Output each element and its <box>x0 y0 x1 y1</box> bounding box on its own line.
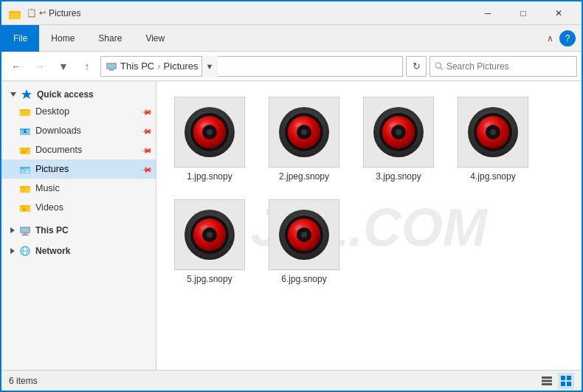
refresh-button[interactable]: ↻ <box>406 56 427 77</box>
close-button[interactable]: ✕ <box>542 1 576 25</box>
file-name-6: 6.jpg.snopy <box>281 274 326 284</box>
path-this-pc[interactable]: This PC <box>120 61 154 72</box>
up-button[interactable]: ↑ <box>77 56 97 77</box>
svg-rect-84 <box>567 382 571 386</box>
collapse-ribbon-button[interactable]: ∧ <box>547 33 553 44</box>
status-bar: 6 items <box>1 370 582 391</box>
expand-network-icon <box>10 248 15 254</box>
music-icon: ♪ <box>19 182 31 194</box>
this-pc-icon <box>106 61 117 72</box>
svg-rect-79 <box>542 379 552 382</box>
svg-rect-83 <box>561 382 565 386</box>
minimize-button[interactable]: ─ <box>471 1 505 25</box>
sidebar-section-quick-access[interactable]: Quick access <box>1 84 156 102</box>
desktop-label: Desktop <box>35 106 69 117</box>
list-view-button[interactable] <box>539 373 555 389</box>
file-thumbnail-2 <box>269 97 339 168</box>
sidebar-item-downloads[interactable]: Downloads 📌 <box>1 121 156 140</box>
file-item-3[interactable]: 3.jpg.snopy <box>354 90 443 187</box>
file-thumbnail-4 <box>458 97 528 168</box>
svg-rect-5 <box>109 69 114 71</box>
sidebar-section-this-pc[interactable]: This PC <box>1 220 156 238</box>
file-name-2: 2.jpeg.snopy <box>279 171 329 182</box>
address-path[interactable]: This PC › Pictures ▼ <box>100 56 403 77</box>
svg-rect-2 <box>9 11 15 13</box>
view-controls <box>539 373 574 389</box>
search-input[interactable] <box>446 61 572 72</box>
videos-label: Videos <box>35 202 63 213</box>
sidebar: Quick access Desktop 📌 <box>1 81 156 373</box>
path-pictures[interactable]: Pictures <box>164 61 199 72</box>
sidebar-item-documents[interactable]: Documents 📌 <box>1 140 156 159</box>
folder-docs-icon <box>19 144 31 156</box>
file-name-3: 3.jpg.snopy <box>376 171 421 182</box>
tab-file[interactable]: File <box>1 25 39 52</box>
svg-rect-21 <box>21 152 26 153</box>
grid-view-icon <box>560 375 572 387</box>
tab-home[interactable]: Home <box>39 25 86 52</box>
downloads-label: Downloads <box>35 125 81 136</box>
file-item-2[interactable]: 2.jpeg.snopy <box>260 90 348 187</box>
file-thumbnail-6 <box>269 199 339 270</box>
file-item-4[interactable]: 4.jpg.snopy <box>449 90 537 187</box>
svg-point-70 <box>207 232 213 238</box>
this-pc-sidebar-icon <box>19 224 31 236</box>
file-thumbnail-1 <box>174 97 245 168</box>
video-icon <box>19 202 31 213</box>
file-name-1: 1.jpg.snopy <box>187 171 232 182</box>
network-label: Network <box>35 246 70 256</box>
search-box[interactable] <box>430 56 577 77</box>
file-name-4: 4.jpg.snopy <box>470 171 515 182</box>
back-button[interactable]: ← <box>6 56 27 77</box>
svg-rect-4 <box>108 64 115 68</box>
file-name-5: 5.jpg.snopy <box>187 274 232 284</box>
forward-button[interactable]: → <box>30 56 50 77</box>
svg-marker-8 <box>21 89 32 99</box>
sidebar-item-music[interactable]: ♪ Music <box>1 179 156 198</box>
folder-blue-icon <box>19 106 31 117</box>
main-layout: Quick access Desktop 📌 <box>1 81 582 373</box>
title-bar: 📋 ↩ Pictures ─ □ ✕ <box>1 1 582 25</box>
window-controls[interactable]: ─ □ ✕ <box>471 1 576 25</box>
pin-icon-2: 📌 <box>141 125 153 137</box>
breadcrumb-sep-1: › <box>157 61 160 72</box>
sidebar-section-network[interactable]: Network <box>1 241 156 258</box>
svg-rect-11 <box>20 109 25 111</box>
tab-view[interactable]: View <box>134 25 176 52</box>
svg-point-6 <box>435 63 441 68</box>
tab-share[interactable]: Share <box>86 25 134 52</box>
svg-rect-37 <box>23 233 27 235</box>
expand-icon <box>10 92 16 97</box>
pin-icon: 📌 <box>141 106 153 117</box>
recent-locations-button[interactable]: ▼ <box>53 56 74 77</box>
help-button[interactable]: ? <box>559 30 576 47</box>
sidebar-item-videos[interactable]: Videos <box>1 198 156 217</box>
file-thumbnail-5 <box>174 199 245 270</box>
pictures-label: Pictures <box>35 164 69 174</box>
svg-rect-1 <box>9 13 21 19</box>
maximize-button[interactable]: □ <box>506 1 540 25</box>
svg-rect-33 <box>20 205 25 207</box>
ribbon-chevron: ∧ ? <box>547 30 582 47</box>
svg-rect-82 <box>567 376 571 380</box>
window-icon <box>7 6 22 21</box>
search-icon <box>435 61 444 71</box>
file-item-5[interactable]: 5.jpg.snopy <box>165 193 254 289</box>
folder-download-icon <box>19 125 31 137</box>
expand-this-pc-icon <box>10 227 15 233</box>
network-icon <box>19 245 31 257</box>
svg-text:♪: ♪ <box>22 188 25 193</box>
file-item-6[interactable]: 6.jpg.snopy <box>260 193 348 289</box>
sidebar-item-desktop[interactable]: Desktop 📌 <box>1 102 156 121</box>
sidebar-item-pictures[interactable]: Pictures 📌 <box>1 159 156 179</box>
svg-rect-78 <box>542 376 552 379</box>
svg-rect-38 <box>21 235 29 235</box>
grid-view-button[interactable] <box>558 373 574 389</box>
svg-rect-81 <box>561 376 565 380</box>
path-dropdown-button[interactable]: ▼ <box>201 56 218 77</box>
pin-icon-3: 📌 <box>141 144 153 156</box>
file-item-1[interactable]: 1.jpg.snopy <box>165 90 254 187</box>
svg-rect-80 <box>542 383 552 385</box>
window-title: Pictures <box>49 8 471 18</box>
toolbar-icon: 📋 ↩ <box>27 8 46 18</box>
